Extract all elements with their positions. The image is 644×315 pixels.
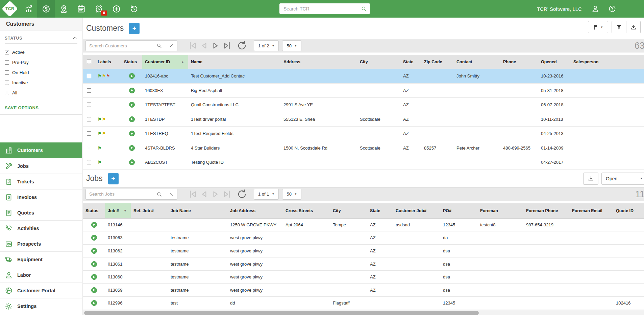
first-page-icon[interactable] [187, 40, 198, 51]
active-status-icon[interactable] [129, 88, 135, 93]
column-header-state[interactable]: State [400, 55, 421, 69]
first-page-icon[interactable] [187, 189, 198, 200]
financials-icon[interactable] [37, 0, 55, 18]
customer-row[interactable]: 16030EXBig Red AsphaltAZ05-31-2018 [83, 84, 644, 98]
row-checkbox[interactable] [87, 88, 91, 93]
active-status-icon[interactable] [129, 116, 135, 122]
checkbox[interactable] [5, 60, 9, 65]
customers-page-select[interactable]: 1 of 2 ▼ [254, 40, 279, 51]
column-header-job-address[interactable]: Job Address [227, 203, 283, 218]
customers-search-input[interactable] [85, 40, 153, 51]
sidebar-item-jobs[interactable]: Jobs [0, 158, 82, 174]
checkbox[interactable] [5, 81, 9, 85]
previous-page-icon[interactable] [198, 189, 210, 200]
global-search-input[interactable] [279, 6, 361, 12]
customers-clear-search-button[interactable] [165, 40, 177, 51]
column-header-labels[interactable]: Labels [95, 55, 121, 69]
column-header-foreman[interactable]: Foreman [477, 203, 523, 218]
row-checkbox[interactable] [87, 160, 91, 164]
sidebar-item-tickets[interactable]: Tickets [0, 174, 82, 189]
sidebar-item-customer-portal[interactable]: Customer Portal [0, 283, 82, 298]
labels-filter-button[interactable]: ▼ [588, 21, 608, 33]
refresh-icon[interactable] [236, 189, 248, 200]
search-icon[interactable] [361, 6, 367, 12]
active-status-icon[interactable] [91, 274, 97, 280]
column-header-cross-streets[interactable]: Cross Streets [283, 203, 330, 218]
sidebar-item-customers[interactable]: Customers [0, 142, 82, 158]
column-header-name[interactable]: Name [188, 55, 281, 69]
alerts-icon[interactable]: 0 [90, 0, 107, 18]
job-row[interactable]: 012996testddFlagstaff12345102416 [83, 297, 644, 310]
column-header-zip-code[interactable]: Zip Code [421, 55, 454, 69]
schedule-icon[interactable] [72, 0, 90, 18]
active-status-icon[interactable] [129, 159, 135, 165]
jobs-search-input[interactable] [85, 189, 153, 200]
column-header-foreman-phone[interactable]: Foreman Phone [523, 203, 569, 218]
add-customer-button[interactable]: + [129, 23, 140, 34]
next-page-icon[interactable] [210, 189, 221, 200]
add-new-icon[interactable] [107, 0, 125, 18]
active-status-icon[interactable] [91, 300, 97, 306]
help-icon[interactable] [608, 5, 616, 13]
column-header-city[interactable]: City [330, 203, 367, 218]
sidebar-item-equipment[interactable]: Equipment [0, 251, 82, 267]
sidebar-item-settings[interactable]: Settings [0, 298, 82, 314]
status-option-active[interactable]: ✓Active [5, 47, 77, 57]
customer-row[interactable]: ⚑AB12CUSTTesting Quote ID04-27-2017 [83, 155, 644, 170]
column-header-job[interactable]: Job #▼ [105, 203, 131, 218]
customer-row[interactable]: 1TESTAPTESTQuail Constructions LLC2991 S… [83, 98, 644, 112]
status-option-inactive[interactable]: Inactive [5, 77, 77, 88]
last-page-icon[interactable] [221, 40, 233, 51]
checkbox[interactable] [5, 91, 9, 95]
row-checkbox[interactable] [87, 103, 91, 107]
tcr-logo[interactable]: TCR [0, 0, 20, 18]
select-all-checkbox[interactable] [87, 60, 91, 64]
column-header-quote-id[interactable]: Quote ID [613, 203, 644, 218]
column-header-city[interactable]: City [357, 55, 400, 69]
job-row[interactable]: 013060testnamewest grove pkwyAZdsa [83, 271, 644, 284]
row-checkbox[interactable] [87, 146, 91, 150]
last-page-icon[interactable] [221, 189, 233, 200]
column-header-customer-job[interactable]: Customer Job# [393, 203, 440, 218]
filter-button[interactable] [612, 21, 626, 33]
jobs-export-button[interactable] [583, 173, 598, 185]
horizontal-scrollbar[interactable] [83, 310, 644, 315]
row-checkbox[interactable] [87, 74, 91, 78]
column-header-ref-job[interactable]: Ref. Job # [131, 203, 168, 218]
active-status-icon[interactable] [129, 145, 135, 151]
column-header-contact[interactable]: Contact [454, 55, 500, 69]
recent-icon[interactable] [125, 0, 143, 18]
save-options-link[interactable]: SAVE OPTIONS [0, 101, 82, 115]
sidebar-item-quotes[interactable]: Quotes [0, 205, 82, 220]
sidebar-item-activities[interactable]: Activities [0, 220, 82, 236]
horizontal-scrollbar-thumb[interactable] [84, 311, 479, 315]
jobs-search-button[interactable] [153, 189, 165, 200]
column-header-status[interactable]: Status [121, 55, 142, 69]
active-status-icon[interactable] [129, 73, 135, 79]
active-status-icon[interactable] [91, 287, 97, 293]
column-header-opened[interactable]: Opened [538, 55, 571, 69]
sidebar-item-invoices[interactable]: $Invoices [0, 189, 82, 205]
customer-row[interactable]: ⚑⚑⚑102416-abcTest Customer_Add ContacAZJ… [83, 69, 644, 84]
refresh-icon[interactable] [236, 40, 248, 51]
jobs-clear-search-button[interactable] [165, 189, 177, 200]
column-header-select[interactable] [83, 55, 95, 69]
customer-row[interactable]: ⚑⚑1TESTDP1Test driver portal555123 E. Sh… [83, 112, 644, 127]
active-status-icon[interactable] [91, 222, 97, 228]
previous-page-icon[interactable] [198, 40, 210, 51]
next-page-icon[interactable] [210, 40, 221, 51]
column-header-status[interactable]: Status [83, 203, 105, 218]
active-status-icon[interactable] [91, 248, 97, 254]
stats-icon[interactable] [20, 0, 37, 18]
sidebar-item-labor[interactable]: Labor [0, 267, 82, 283]
customer-row[interactable]: ⚑4STAR-BLDRS4 Star Builders1500 N. Scott… [83, 141, 644, 156]
status-option-all[interactable]: All [5, 88, 77, 98]
column-header-phone[interactable]: Phone [500, 55, 538, 69]
user-icon[interactable] [591, 5, 599, 13]
status-section-header[interactable]: STATUS [5, 36, 77, 44]
column-header-po[interactable]: PO# [440, 203, 477, 218]
active-status-icon[interactable] [129, 102, 135, 108]
job-row[interactable]: 013061testnamewest grove pkwyAZdsa [83, 257, 644, 271]
row-checkbox[interactable] [87, 117, 91, 121]
status-option-pre-pay[interactable]: Pre-Pay [5, 57, 77, 67]
